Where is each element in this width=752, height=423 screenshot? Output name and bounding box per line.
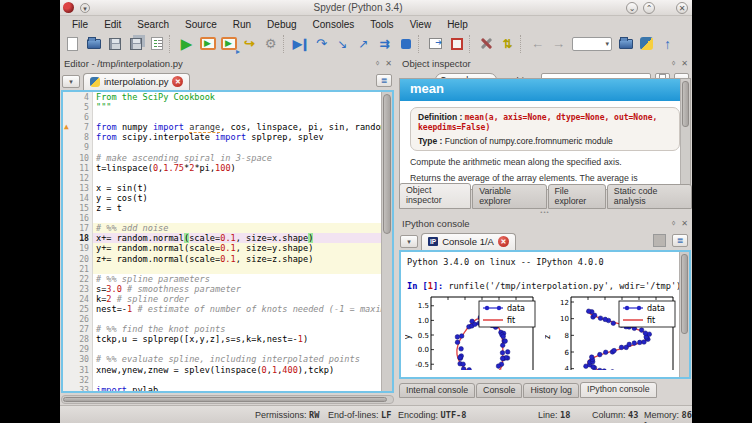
menu-item-run[interactable]: Run — [225, 19, 259, 30]
step-over-button[interactable]: ↷ — [311, 33, 332, 54]
editor-line-4[interactable]: 4From the SciPy Cookbook — [63, 92, 381, 102]
tab-history-log[interactable]: History log — [523, 383, 579, 398]
pane-close-icon[interactable]: ✕ — [681, 59, 688, 68]
stop-debug-button[interactable] — [395, 33, 416, 54]
editor-hscroll-thumb[interactable] — [63, 397, 387, 402]
console-output[interactable]: Python 3.4.0 on linux -- IPython 4.0.0 I… — [399, 250, 691, 379]
line-number[interactable]: 8 — [63, 132, 93, 142]
line-number[interactable]: 32 — [63, 375, 93, 385]
line-number[interactable]: 23 — [63, 284, 93, 294]
debug-button[interactable]: ▶❙ — [290, 33, 311, 54]
continue-button[interactable]: ⇉ — [374, 33, 395, 54]
line-number[interactable]: 6 — [63, 112, 93, 122]
line-number[interactable]: 19 — [63, 243, 93, 253]
titlebar[interactable]: ▾ Spyder (Python 3.4) ⌄ ⌃ ✕ — [60, 0, 692, 16]
tab-file-explorer[interactable]: File explorer — [548, 184, 606, 209]
new-window-button[interactable] — [425, 33, 446, 54]
editor-vertical-scrollbar[interactable] — [381, 92, 392, 391]
editor-line-7[interactable]: ▲7from numpy import arange, cos, linspac… — [63, 122, 381, 132]
editor-line-16[interactable]: 16 — [63, 213, 381, 223]
menu-item-debug[interactable]: Debug — [259, 19, 304, 30]
line-number[interactable]: 5 — [63, 102, 93, 112]
editor-line-12[interactable]: 12 — [63, 173, 381, 183]
line-number[interactable]: 20 — [63, 254, 93, 264]
pane-close-icon[interactable]: ✕ — [681, 219, 688, 228]
editor-options-button[interactable]: ≣ — [376, 74, 392, 87]
tab-static-code-analysis[interactable]: Static code analysis — [607, 184, 692, 209]
editor-line-9[interactable]: 9 — [63, 142, 381, 152]
splitter-handle[interactable]: ••• — [398, 211, 692, 215]
menu-item-help[interactable]: Help — [439, 19, 476, 30]
editor-line-10[interactable]: 10# make ascending spiral in 3-space — [63, 153, 381, 163]
line-number[interactable]: 15 — [63, 203, 93, 213]
run-cell-advance-button[interactable]: ▶ — [218, 33, 239, 54]
menu-item-file[interactable]: File — [64, 19, 96, 30]
menu-item-source[interactable]: Source — [177, 19, 225, 30]
line-number[interactable]: 18 — [63, 233, 93, 243]
run-selection-button[interactable]: ↪ — [239, 33, 260, 54]
editor-line-22[interactable]: 22# %% spline parameters — [63, 274, 381, 284]
inspector-scrollbar[interactable] — [680, 79, 690, 190]
editor-line-23[interactable]: 23s=3.0 # smoothness parameter — [63, 284, 381, 294]
editor-line-11[interactable]: 11t=linspace(0,1.75*2*pi,100) — [63, 163, 381, 173]
line-number[interactable]: 29 — [63, 344, 93, 354]
back-button[interactable]: ← — [527, 33, 548, 54]
line-number[interactable]: 16 — [63, 213, 93, 223]
editor-line-25[interactable]: 25nest=-1 # estimate of number of knots … — [63, 304, 381, 314]
maximize-button[interactable]: ⌃ — [643, 2, 655, 14]
inspector-pane-titlebar[interactable]: Object inspector ⬨ ✕ — [398, 56, 692, 70]
working-directory-combo[interactable]: ▾ — [572, 37, 612, 51]
editor-scroll-thumb[interactable] — [383, 94, 391, 234]
tab-object-inspector[interactable]: Object inspector — [399, 183, 471, 209]
pane-options-icon[interactable]: ⬨ — [672, 218, 676, 228]
line-number[interactable]: 11 — [63, 163, 93, 173]
line-number[interactable]: 24 — [63, 294, 93, 304]
line-number[interactable]: 27 — [63, 324, 93, 334]
editor-pane-titlebar[interactable]: Editor - /tmp/interpolation.py ⬨ ✕ — [60, 56, 396, 70]
editor-line-19[interactable]: 19y+= random.normal(scale=0.1, size=y.sh… — [63, 243, 381, 253]
maximize-pane-button[interactable] — [446, 33, 467, 54]
tab-internal-console[interactable]: Internal console — [399, 383, 475, 398]
line-number[interactable]: 21 — [63, 264, 93, 274]
editor-line-15[interactable]: 15z = t — [63, 203, 381, 213]
editor-line-6[interactable]: 6 — [63, 112, 381, 122]
console-scrollbar[interactable] — [679, 252, 689, 377]
save-button[interactable] — [104, 33, 125, 54]
line-number[interactable]: 22 — [63, 274, 93, 284]
editor-line-18[interactable]: 18x+= random.normal(scale=0.1, size=x.sh… — [63, 233, 381, 243]
editor-line-5[interactable]: 5""" — [63, 102, 381, 112]
console-pane-titlebar[interactable]: IPython console ⬨ ✕ — [398, 216, 692, 230]
editor-line-29[interactable]: 29 — [63, 344, 381, 354]
line-number[interactable]: 33 — [63, 385, 93, 391]
code-editor[interactable]: 4From the SciPy Cookbook5"""6▲7from nump… — [61, 90, 394, 393]
line-number[interactable]: 12 — [63, 173, 93, 183]
step-out-button[interactable]: ↗ — [353, 33, 374, 54]
editor-line-31[interactable]: 31xnew,ynew,znew = splev(linspace(0,1,40… — [63, 365, 381, 375]
menu-item-tools[interactable]: Tools — [362, 19, 401, 30]
editor-horizontal-scrollbar[interactable] — [61, 395, 394, 404]
close-button[interactable]: ✕ — [676, 2, 688, 14]
console-options-button[interactable]: ≣ — [672, 234, 688, 247]
pane-options-icon[interactable]: ⬨ — [672, 58, 676, 68]
run-cell-button[interactable]: ▶ — [197, 33, 218, 54]
line-number[interactable]: 4 — [63, 92, 93, 102]
line-number[interactable]: 14 — [63, 193, 93, 203]
tab-close-icon[interactable]: ✕ — [498, 236, 509, 247]
tab-close-icon[interactable]: ✕ — [172, 76, 183, 87]
menu-item-edit[interactable]: Edit — [96, 19, 129, 30]
editor-line-33[interactable]: 33import pylab — [63, 385, 381, 391]
console-tab[interactable]: IP Console 1/A ✕ — [421, 233, 516, 250]
tab-console[interactable]: Console — [476, 383, 522, 398]
configure-button[interactable]: ⚙ — [260, 33, 281, 54]
line-number[interactable]: 10 — [63, 153, 93, 163]
line-number[interactable]: 17 — [63, 223, 93, 233]
new-file-button[interactable] — [62, 33, 83, 54]
parent-directory-button[interactable]: ↑ — [657, 33, 678, 54]
inspector-scroll-thumb[interactable] — [682, 81, 689, 127]
run-button[interactable]: ▶ — [176, 33, 197, 54]
inspector-content[interactable]: mean Definition : mean(a, axis=None, dty… — [399, 78, 691, 190]
editor-line-21[interactable]: 21 — [63, 264, 381, 274]
tab-variable-explorer[interactable]: Variable explorer — [472, 184, 546, 209]
line-number[interactable]: 25 — [63, 304, 93, 314]
editor-line-27[interactable]: 27# %% find the knot points — [63, 324, 381, 334]
